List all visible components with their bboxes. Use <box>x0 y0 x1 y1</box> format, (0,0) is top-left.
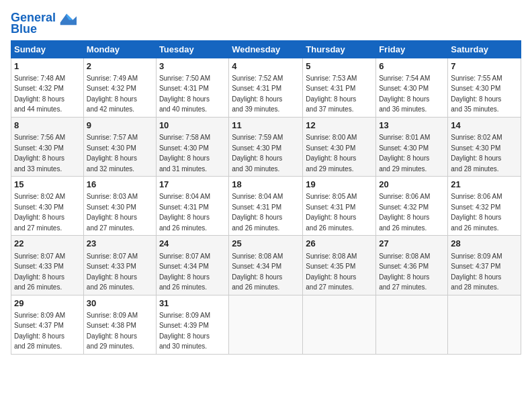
day-number: 29 <box>14 298 81 310</box>
day-number: 2 <box>87 60 153 73</box>
logo-icon <box>58 11 77 26</box>
day-cell: 12Sunrise: 8:00 AM Sunset: 4:30 PM Dayli… <box>303 117 376 176</box>
day-info: Sunrise: 8:08 AM Sunset: 4:34 PM Dayligh… <box>232 253 283 291</box>
day-cell: 20Sunrise: 8:06 AM Sunset: 4:32 PM Dayli… <box>376 177 448 236</box>
day-cell: 2Sunrise: 7:49 AM Sunset: 4:32 PM Daylig… <box>83 58 156 117</box>
day-cell: 30Sunrise: 8:09 AM Sunset: 4:38 PM Dayli… <box>83 295 156 354</box>
day-cell: 7Sunrise: 7:55 AM Sunset: 4:30 PM Daylig… <box>448 58 521 117</box>
day-cell: 31Sunrise: 8:09 AM Sunset: 4:39 PM Dayli… <box>156 295 228 354</box>
day-info: Sunrise: 7:50 AM Sunset: 4:31 PM Dayligh… <box>159 75 210 113</box>
day-number: 19 <box>306 179 373 191</box>
day-info: Sunrise: 8:04 AM Sunset: 4:31 PM Dayligh… <box>159 193 210 232</box>
day-cell: 8Sunrise: 7:56 AM Sunset: 4:30 PM Daylig… <box>11 117 84 176</box>
day-cell: 16Sunrise: 8:03 AM Sunset: 4:30 PM Dayli… <box>83 177 156 236</box>
week-row-4: 22Sunrise: 8:07 AM Sunset: 4:33 PM Dayli… <box>11 236 521 295</box>
day-number: 25 <box>232 238 300 250</box>
day-cell: 27Sunrise: 8:08 AM Sunset: 4:36 PM Dayli… <box>376 236 448 295</box>
day-cell: 18Sunrise: 8:04 AM Sunset: 4:31 PM Dayli… <box>229 177 303 236</box>
day-number: 17 <box>159 179 226 191</box>
day-number: 30 <box>87 298 153 310</box>
day-cell: 5Sunrise: 7:53 AM Sunset: 4:31 PM Daylig… <box>303 58 376 117</box>
day-info: Sunrise: 8:00 AM Sunset: 4:30 PM Dayligh… <box>306 134 357 173</box>
day-number: 18 <box>232 179 300 191</box>
week-row-5: 29Sunrise: 8:09 AM Sunset: 4:37 PM Dayli… <box>11 295 521 354</box>
day-number: 10 <box>159 120 226 132</box>
day-cell: 24Sunrise: 8:07 AM Sunset: 4:34 PM Dayli… <box>156 236 228 295</box>
day-cell: 6Sunrise: 7:54 AM Sunset: 4:30 PM Daylig… <box>376 58 448 117</box>
day-number: 7 <box>451 60 518 73</box>
day-number: 16 <box>87 179 153 191</box>
day-info: Sunrise: 8:05 AM Sunset: 4:31 PM Dayligh… <box>306 193 357 232</box>
day-info: Sunrise: 8:04 AM Sunset: 4:31 PM Dayligh… <box>232 193 283 232</box>
day-info: Sunrise: 8:07 AM Sunset: 4:33 PM Dayligh… <box>87 253 138 291</box>
calendar-table: SundayMondayTuesdayWednesdayThursdayFrid… <box>11 40 521 355</box>
day-cell: 14Sunrise: 8:02 AM Sunset: 4:30 PM Dayli… <box>448 117 521 176</box>
day-info: Sunrise: 8:07 AM Sunset: 4:34 PM Dayligh… <box>159 253 210 291</box>
day-info: Sunrise: 8:06 AM Sunset: 4:32 PM Dayligh… <box>451 193 502 232</box>
day-info: Sunrise: 8:08 AM Sunset: 4:35 PM Dayligh… <box>306 253 357 291</box>
day-info: Sunrise: 8:02 AM Sunset: 4:30 PM Dayligh… <box>451 134 502 173</box>
col-header-friday: Friday <box>376 40 448 58</box>
day-number: 3 <box>159 60 226 73</box>
day-cell: 25Sunrise: 8:08 AM Sunset: 4:34 PM Dayli… <box>229 236 303 295</box>
day-cell: 4Sunrise: 7:52 AM Sunset: 4:31 PM Daylig… <box>229 58 303 117</box>
day-number: 13 <box>379 120 445 132</box>
day-number: 28 <box>451 238 518 250</box>
day-cell: 21Sunrise: 8:06 AM Sunset: 4:32 PM Dayli… <box>448 177 521 236</box>
day-cell <box>448 295 521 354</box>
day-info: Sunrise: 8:07 AM Sunset: 4:33 PM Dayligh… <box>14 253 65 291</box>
day-cell: 17Sunrise: 8:04 AM Sunset: 4:31 PM Dayli… <box>156 177 228 236</box>
day-cell: 13Sunrise: 8:01 AM Sunset: 4:30 PM Dayli… <box>376 117 448 176</box>
day-info: Sunrise: 7:57 AM Sunset: 4:30 PM Dayligh… <box>87 134 138 173</box>
day-cell <box>303 295 376 354</box>
day-cell: 3Sunrise: 7:50 AM Sunset: 4:31 PM Daylig… <box>156 58 228 117</box>
day-info: Sunrise: 7:48 AM Sunset: 4:32 PM Dayligh… <box>14 75 65 113</box>
day-number: 21 <box>451 179 518 191</box>
day-info: Sunrise: 7:58 AM Sunset: 4:30 PM Dayligh… <box>159 134 210 173</box>
day-info: Sunrise: 8:09 AM Sunset: 4:39 PM Dayligh… <box>159 312 210 351</box>
day-number: 9 <box>87 120 153 132</box>
day-info: Sunrise: 8:02 AM Sunset: 4:30 PM Dayligh… <box>14 193 65 232</box>
day-number: 24 <box>159 238 226 250</box>
day-info: Sunrise: 8:08 AM Sunset: 4:36 PM Dayligh… <box>379 253 430 291</box>
col-header-saturday: Saturday <box>448 40 521 58</box>
day-info: Sunrise: 8:03 AM Sunset: 4:30 PM Dayligh… <box>87 193 138 232</box>
day-info: Sunrise: 7:59 AM Sunset: 4:30 PM Dayligh… <box>232 134 283 173</box>
day-info: Sunrise: 7:55 AM Sunset: 4:30 PM Dayligh… <box>451 75 502 113</box>
day-number: 5 <box>306 60 373 73</box>
day-info: Sunrise: 7:54 AM Sunset: 4:30 PM Dayligh… <box>379 75 430 113</box>
col-header-sunday: Sunday <box>11 40 84 58</box>
day-info: Sunrise: 8:01 AM Sunset: 4:30 PM Dayligh… <box>379 134 430 173</box>
day-cell: 23Sunrise: 8:07 AM Sunset: 4:33 PM Dayli… <box>83 236 156 295</box>
day-number: 4 <box>232 60 300 73</box>
col-header-monday: Monday <box>83 40 156 58</box>
header-row: General Blue <box>11 8 521 36</box>
svg-marker-0 <box>60 13 77 25</box>
day-number: 12 <box>306 120 373 132</box>
col-header-thursday: Thursday <box>303 40 376 58</box>
day-cell: 10Sunrise: 7:58 AM Sunset: 4:30 PM Dayli… <box>156 117 228 176</box>
day-number: 11 <box>232 120 300 132</box>
day-number: 20 <box>379 179 445 191</box>
day-number: 8 <box>14 120 81 132</box>
day-number: 15 <box>14 179 81 191</box>
logo: General Blue <box>11 11 77 36</box>
day-number: 22 <box>14 238 81 250</box>
col-header-tuesday: Tuesday <box>156 40 228 58</box>
day-number: 23 <box>87 238 153 250</box>
main-container: General Blue SundayMondayTuesdayWednesda… <box>0 0 532 361</box>
day-cell: 22Sunrise: 8:07 AM Sunset: 4:33 PM Dayli… <box>11 236 84 295</box>
week-row-3: 15Sunrise: 8:02 AM Sunset: 4:30 PM Dayli… <box>11 177 521 236</box>
day-info: Sunrise: 8:09 AM Sunset: 4:38 PM Dayligh… <box>87 312 138 351</box>
day-cell: 15Sunrise: 8:02 AM Sunset: 4:30 PM Dayli… <box>11 177 84 236</box>
day-info: Sunrise: 7:56 AM Sunset: 4:30 PM Dayligh… <box>14 134 65 173</box>
day-info: Sunrise: 8:09 AM Sunset: 4:37 PM Dayligh… <box>14 312 65 351</box>
day-number: 1 <box>14 60 81 73</box>
day-info: Sunrise: 8:06 AM Sunset: 4:32 PM Dayligh… <box>379 193 430 232</box>
day-number: 14 <box>451 120 518 132</box>
day-cell: 1Sunrise: 7:48 AM Sunset: 4:32 PM Daylig… <box>11 58 84 117</box>
day-cell: 29Sunrise: 8:09 AM Sunset: 4:37 PM Dayli… <box>11 295 84 354</box>
col-header-wednesday: Wednesday <box>229 40 303 58</box>
week-row-1: 1Sunrise: 7:48 AM Sunset: 4:32 PM Daylig… <box>11 58 521 117</box>
day-number: 31 <box>159 298 226 310</box>
